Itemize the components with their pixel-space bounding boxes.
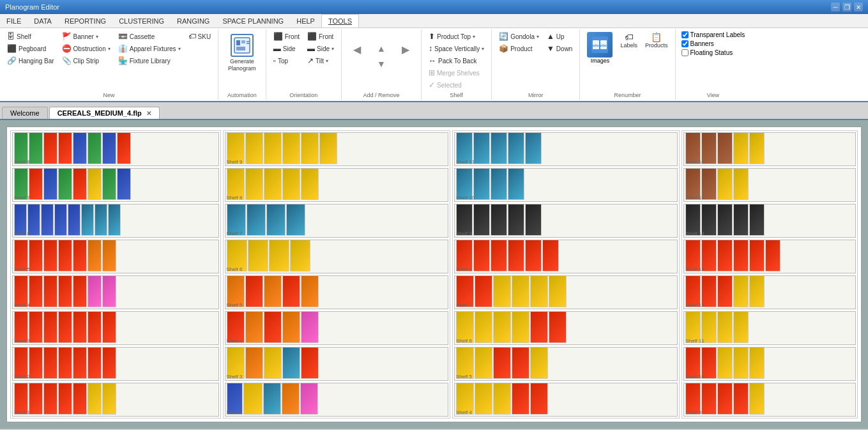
product[interactable] [701,383,717,415]
product[interactable] [749,383,765,415]
product[interactable] [43,168,57,200]
product[interactable] [491,168,507,200]
product[interactable] [717,347,733,379]
product[interactable] [43,311,57,343]
product[interactable] [525,204,542,236]
product[interactable] [475,347,492,379]
product[interactable] [508,240,524,272]
product[interactable] [43,347,57,379]
product[interactable] [43,132,57,164]
labels-button[interactable]: 🏷 Labels [617,31,641,50]
product[interactable] [54,204,67,236]
merge-shelves-button[interactable]: ⊞ Merge Shelves [425,67,487,79]
product[interactable] [473,132,490,164]
product[interactable] [73,132,87,164]
product[interactable] [43,240,57,272]
product[interactable] [508,168,524,200]
tilt-button[interactable]: ↗ Tilt ▾ [304,55,337,66]
banners-checkbox[interactable] [681,40,689,47]
product[interactable] [73,240,87,272]
product[interactable] [530,383,548,415]
pegboard-button[interactable]: ⬛ Pegboard [4,43,57,54]
transparent-labels-checkbox[interactable] [681,31,689,38]
product[interactable] [58,240,72,272]
product[interactable] [512,311,529,343]
product[interactable] [473,240,490,272]
product[interactable] [88,132,102,164]
product[interactable] [749,275,765,307]
menu-clustering[interactable]: CLUSTERING [112,14,171,27]
product[interactable] [491,240,507,272]
menu-ranging[interactable]: RANGING [171,14,216,27]
product[interactable] [264,275,282,307]
side-button-left[interactable]: ▬ Side [270,43,303,54]
side-button-right[interactable]: ▬ Side ▾ [304,43,337,54]
product[interactable] [717,311,733,343]
product[interactable] [73,311,87,343]
product[interactable] [765,240,780,272]
product[interactable] [88,275,102,307]
product[interactable] [245,132,263,164]
product[interactable] [81,204,94,236]
menu-file[interactable]: FILE [0,14,27,27]
product[interactable] [301,347,319,379]
product-top-button[interactable]: ⬆ Product Top ▾ [425,31,487,42]
menu-reporting[interactable]: REPORTING [58,14,112,27]
product[interactable] [733,311,749,343]
product[interactable] [29,240,43,272]
product[interactable] [717,168,733,200]
product[interactable] [264,311,282,343]
product[interactable] [43,383,57,415]
product[interactable] [525,132,542,164]
product[interactable] [73,168,87,200]
tab-cereals[interactable]: CEREALS_MEDIUM_4.flp ✕ [49,107,160,119]
product[interactable] [102,311,116,343]
product[interactable] [264,347,282,379]
product[interactable] [493,275,511,307]
product[interactable] [530,275,548,307]
product[interactable] [58,275,72,307]
product[interactable] [88,311,102,343]
product[interactable] [117,168,131,200]
down-button[interactable]: ▼ Down [544,43,575,54]
product[interactable] [542,240,559,272]
product[interactable] [749,347,765,379]
product-button[interactable]: 📦 Product [496,43,542,54]
floating-status-checkbox[interactable] [681,49,689,56]
cassette-button[interactable]: 📼 Cassette [115,31,184,42]
product[interactable] [245,347,263,379]
product[interactable] [58,347,72,379]
product[interactable] [95,204,107,236]
product[interactable] [512,347,529,379]
product[interactable] [282,311,300,343]
floating-status-check[interactable]: Floating Status [680,49,747,57]
tab-welcome[interactable]: Welcome [2,107,48,119]
product[interactable] [493,347,511,379]
product[interactable] [264,132,282,164]
product[interactable] [301,168,319,200]
product[interactable] [264,168,282,200]
product[interactable] [301,132,319,164]
product[interactable] [108,204,121,236]
product[interactable] [43,275,57,307]
front-button-left[interactable]: ⬛ Front [270,31,303,42]
product[interactable] [301,311,319,343]
up-button[interactable]: ▲ Up [544,31,575,42]
banner-button[interactable]: 🚩 Banner ▾ [59,31,114,42]
product[interactable] [749,132,765,164]
product[interactable] [282,347,300,379]
product[interactable] [88,347,102,379]
product[interactable] [58,168,72,200]
product[interactable] [282,132,300,164]
product[interactable] [88,383,102,415]
product[interactable] [41,204,54,236]
generate-planogram-button[interactable]: GeneratePlanogram [222,31,262,75]
selected-button[interactable]: ✓ Selected [425,79,487,91]
images-button[interactable]: abc abc Images [584,31,616,65]
product[interactable] [282,168,300,200]
product[interactable] [88,240,102,272]
product[interactable] [245,168,263,200]
product[interactable] [282,275,300,307]
hangingbar-button[interactable]: 🔗 Hanging Bar [4,55,57,66]
menu-spaceplanning[interactable]: SPACE PLANNING [216,14,290,27]
